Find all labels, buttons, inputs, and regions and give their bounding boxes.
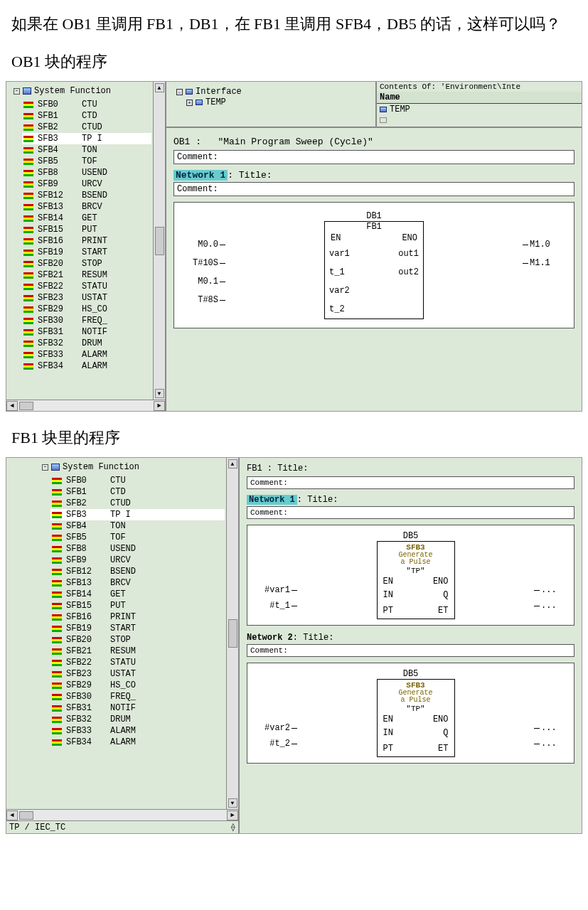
scroll-right-icon[interactable]: ► — [227, 810, 238, 820]
lib-item-sfb33[interactable]: SFB33ALARM — [22, 349, 151, 360]
library-tree-2[interactable]: - System Function SFB0CTUSFB1CTDSFB2CTUD… — [6, 458, 226, 809]
scroll-up-icon[interactable]: ▲ — [228, 459, 237, 469]
lib-item-sfb5[interactable]: SFB5TOF — [50, 532, 225, 543]
lib-item-sfb8[interactable]: SFB8USEND — [22, 167, 151, 178]
lib-item-sfb33[interactable]: SFB33ALARM — [50, 725, 225, 737]
lib-item-sfb34[interactable]: SFB34ALARM — [22, 360, 151, 372]
lib-item-sfb0[interactable]: SFB0CTU — [22, 99, 151, 110]
fb1-network-2-header[interactable]: Network 2: Title: — [247, 633, 574, 643]
lib-item-sfb14[interactable]: SFB14GET — [50, 589, 225, 600]
fb1-nw1-lad[interactable]: DB5 #var1#t_1 SFB3 Generate a Pulse "TP"… — [247, 525, 574, 626]
lib-item-sfb23[interactable]: SFB23USTAT — [50, 668, 225, 680]
vscrollbar-2[interactable]: ▲ ▼ — [226, 458, 238, 809]
lib-item-sfb3[interactable]: SFB3TP I — [22, 133, 151, 144]
scroll-thumb[interactable] — [228, 619, 237, 648]
minus-icon[interactable]: - — [14, 88, 20, 95]
scroll-up-icon[interactable]: ▲ — [155, 83, 164, 92]
lib-item-sfb0[interactable]: SFB0CTU — [50, 475, 225, 486]
lib-item-sfb30[interactable]: SFB30FREQ_ — [22, 315, 151, 326]
lib-item-sfb1[interactable]: SFB1CTD — [50, 486, 225, 498]
scroll-down-icon[interactable]: ▼ — [155, 389, 164, 398]
lib-item-name: SFB5 — [66, 532, 106, 542]
lib-item-sfb13[interactable]: SFB13BRCV — [50, 577, 225, 589]
pin-icon[interactable]: ⟠ — [230, 823, 235, 832]
lib-item-sfb20[interactable]: SFB20STOP — [50, 634, 225, 646]
fb1-comment[interactable]: Comment: — [247, 476, 574, 489]
lib-item-sfb12[interactable]: SFB12BSEND — [22, 190, 151, 201]
lib-item-sfb9[interactable]: SFB9URCV — [22, 178, 151, 190]
lib-item-sfb22[interactable]: SFB22STATU — [50, 657, 225, 668]
lib-item-sfb15[interactable]: SFB15PUT — [22, 224, 151, 235]
lib-item-sfb2[interactable]: SFB2CTUD — [50, 498, 225, 509]
lib-item-sfb2[interactable]: SFB2CTUD — [22, 122, 151, 133]
lib-item-desc: ALARM — [110, 726, 136, 736]
lib-item-sfb34[interactable]: SFB34ALARM — [50, 737, 225, 748]
editor-pane-2: FB1 : Title: Comment: Network 1: Title: … — [240, 458, 582, 833]
lib-item-sfb32[interactable]: SFB32DRUM — [22, 338, 151, 349]
lib-item-sfb13[interactable]: SFB13BRCV — [22, 201, 151, 213]
lib-item-sfb32[interactable]: SFB32DRUM — [50, 714, 225, 725]
pin-input-name: var2 — [325, 286, 356, 296]
fb1-nw1-comment[interactable]: Comment: — [247, 506, 574, 519]
fb1-nw2-comment[interactable]: Comment: — [247, 644, 574, 657]
lib-item-sfb29[interactable]: SFB29HS_CO — [50, 680, 225, 691]
lib-item-name: SFB22 — [38, 282, 77, 291]
hscrollbar[interactable]: ◄ ► — [6, 400, 165, 411]
lib-item-sfb9[interactable]: SFB9URCV — [50, 555, 225, 566]
sfb3-call-1[interactable]: DB5 #var1#t_1 SFB3 Generate a Pulse "TP"… — [253, 531, 568, 619]
network-1-header[interactable]: Network 1: Title: — [173, 170, 574, 181]
lib-item-sfb30[interactable]: SFB30FREQ_ — [50, 691, 225, 702]
fb1-nw2-lad[interactable]: DB5 #var2#t_2 SFB3 Generate a Pulse "TP"… — [247, 663, 574, 764]
lib-item-sfb12[interactable]: SFB12BSEND — [50, 566, 225, 577]
lib-item-sfb20[interactable]: SFB20STOP — [22, 258, 151, 269]
lib-item-sfb29[interactable]: SFB29HS_CO — [22, 304, 151, 315]
lib-item-sfb15[interactable]: SFB15PUT — [50, 600, 225, 611]
lad-editor[interactable]: OB1 : "Main Program Sweep (Cycle)" Comme… — [166, 128, 582, 411]
block-comment[interactable]: Comment: — [173, 150, 574, 164]
lib-item-sfb5[interactable]: SFB5TOF — [22, 156, 151, 167]
hscroll-thumb[interactable] — [19, 811, 33, 820]
lib-item-sfb8[interactable]: SFB8USEND — [50, 543, 225, 555]
lib-item-sfb3[interactable]: SFB3TP I — [50, 509, 225, 520]
fb1-call[interactable]: DB1 M0.0T#10SM0.1T#8S FB1 EN ENO var1out… — [184, 211, 564, 319]
fb1-title: FB1 : Title: — [247, 464, 574, 473]
temp-row[interactable]: TEMP — [377, 104, 582, 116]
fb1-network-1-header[interactable]: Network 1: Title: — [247, 495, 574, 505]
scroll-left-icon[interactable]: ◄ — [6, 810, 18, 820]
empty-row[interactable] — [377, 115, 582, 127]
network-1-lad[interactable]: DB1 M0.0T#10SM0.1T#8S FB1 EN ENO var1out… — [173, 202, 574, 328]
vscrollbar[interactable]: ▲ ▼ — [153, 82, 165, 400]
folder-icon — [23, 87, 31, 95]
lib-item-sfb22[interactable]: SFB22STATU — [22, 281, 151, 292]
network-1-comment[interactable]: Comment: — [173, 182, 574, 196]
scroll-right-icon[interactable]: ► — [154, 401, 165, 411]
lib-item-sfb4[interactable]: SFB4TON — [50, 520, 225, 532]
lib-item-sfb14[interactable]: SFB14GET — [22, 213, 151, 224]
pin-output-value — [521, 291, 564, 309]
plus-icon[interactable]: + — [186, 100, 193, 106]
interface-tree[interactable]: - Interface + TEMP — [166, 82, 375, 127]
lib-item-sfb31[interactable]: SFB31NOTIF — [22, 326, 151, 338]
lib-item-sfb31[interactable]: SFB31NOTIF — [50, 702, 225, 714]
scroll-left-icon[interactable]: ◄ — [6, 401, 18, 411]
lib-item-sfb16[interactable]: SFB16PRINT — [22, 235, 151, 247]
library-tree[interactable]: - System Function SFB0CTUSFB1CTDSFB2CTUD… — [6, 82, 153, 400]
lib-item-sfb21[interactable]: SFB21RESUM — [50, 646, 225, 657]
tree-root-2[interactable]: - System Function — [42, 462, 225, 472]
scroll-down-icon[interactable]: ▼ — [228, 798, 237, 808]
scroll-thumb[interactable] — [155, 227, 164, 255]
hscroll-thumb[interactable] — [19, 402, 33, 410]
lib-item-sfb1[interactable]: SFB1CTD — [22, 110, 151, 122]
hscrollbar-2[interactable]: ◄ ► — [6, 809, 238, 820]
lib-item-sfb19[interactable]: SFB19START — [50, 623, 225, 634]
lib-item-sfb19[interactable]: SFB19START — [22, 247, 151, 258]
lib-item-sfb4[interactable]: SFB4TON — [22, 144, 151, 156]
lad-editor-2[interactable]: FB1 : Title: Comment: Network 1: Title: … — [240, 458, 582, 833]
sfb3-call-2[interactable]: DB5 #var2#t_2 SFB3 Generate a Pulse "TP"… — [253, 669, 568, 757]
tree-root[interactable]: - System Function — [14, 86, 151, 96]
lib-item-sfb23[interactable]: SFB23USTAT — [22, 292, 151, 304]
lib-item-sfb16[interactable]: SFB16PRINT — [50, 611, 225, 623]
lib-item-sfb21[interactable]: SFB21RESUM — [22, 269, 151, 281]
minus-icon[interactable]: - — [176, 89, 183, 95]
minus-icon[interactable]: - — [42, 464, 48, 471]
